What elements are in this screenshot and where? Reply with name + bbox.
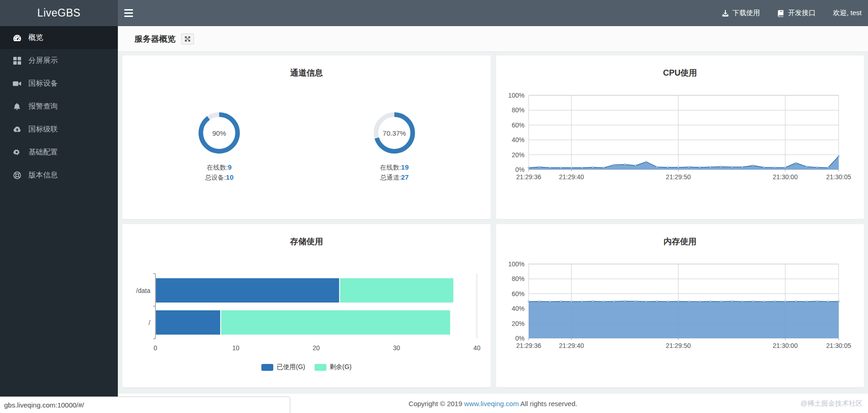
svg-text:20%: 20% xyxy=(512,320,525,327)
main-content: 服务器概览 通道信息 90%在线数:9总设备:1070.37%在线数:19总通道… xyxy=(118,26,868,413)
donut-percent-label: 90% xyxy=(194,108,244,158)
nav-link-label: 欢迎, test xyxy=(833,9,862,17)
panel-channel-info: 通道信息 90%在线数:9总设备:1070.37%在线数:19总通道:27 xyxy=(122,55,491,219)
svg-text:21:30:05: 21:30:05 xyxy=(826,173,851,181)
svg-text:21:29:40: 21:29:40 xyxy=(559,173,584,181)
grid-icon xyxy=(12,57,22,65)
sidebar-item-label: 分屏展示 xyxy=(28,56,58,66)
legend-item-used[interactable]: 已使用(G) xyxy=(261,363,305,371)
hamburger-icon xyxy=(124,9,133,11)
sidebar-item-label: 报警查询 xyxy=(28,102,58,111)
svg-text:21:30:00: 21:30:00 xyxy=(773,342,798,349)
camera-icon xyxy=(12,80,22,87)
svg-text:/data: /data xyxy=(136,287,150,294)
dashboard-icon xyxy=(12,34,22,42)
nav-link-welcome[interactable]: 欢迎, test xyxy=(833,9,862,17)
svg-text:80%: 80% xyxy=(512,275,525,282)
nav-link-label: 下载使用 xyxy=(732,9,760,17)
liveqing-link[interactable]: www.liveqing.com xyxy=(464,400,519,407)
sidebar-item-label: 基础配置 xyxy=(28,148,58,157)
svg-text:100%: 100% xyxy=(508,260,525,268)
svg-text:30: 30 xyxy=(393,344,400,352)
sidebar-item-alarms[interactable]: 报警查询 xyxy=(0,95,118,118)
nav-link-label: 开发接口 xyxy=(788,9,815,17)
copyright-text: Copyright © 2019 www.liveqing.com All ri… xyxy=(409,400,577,407)
panel-cpu-usage: CPU使用 0%20%40%60%80%100%21:29:3621:29:40… xyxy=(496,55,864,219)
livegbs-dashboard: LiveGBS 下载使用开发接口欢迎, test 概览分屏展示国标设备报警查询国… xyxy=(0,0,868,413)
gears-icon xyxy=(12,149,22,156)
sidebar-item-label: 国标级联 xyxy=(28,125,58,134)
donut-stats: 在线数:9总设备:10 xyxy=(173,162,265,182)
sidebar-item-label: 概览 xyxy=(28,33,43,43)
svg-text:20%: 20% xyxy=(512,151,525,159)
svg-text:10: 10 xyxy=(232,344,239,352)
nav-link-download[interactable]: 下载使用 xyxy=(722,9,760,17)
svg-text:21:29:36: 21:29:36 xyxy=(516,342,542,349)
svg-text:40: 40 xyxy=(473,344,481,352)
svg-text:60%: 60% xyxy=(512,121,525,129)
sidebar-menu: 概览分屏展示国标设备报警查询国标级联基础配置版本信息 xyxy=(0,26,118,413)
fullscreen-button[interactable] xyxy=(181,33,194,44)
cloud-upload-icon xyxy=(12,126,22,133)
sidebar-item-label: 国标设备 xyxy=(28,79,58,88)
svg-text:21:29:36: 21:29:36 xyxy=(516,173,542,181)
svg-text:21:30:05: 21:30:05 xyxy=(826,342,851,349)
sidebar-item-cascade[interactable]: 国标级联 xyxy=(0,118,118,141)
sidebar-item-label: 版本信息 xyxy=(28,171,58,180)
donut-chart-1[interactable]: 70.37%在线数:19总通道:27 xyxy=(348,108,440,182)
expand-icon xyxy=(184,36,191,42)
content-toolbar: 服务器概览 xyxy=(118,26,868,52)
bell-icon xyxy=(12,103,22,110)
svg-text:/: / xyxy=(149,319,150,326)
svg-text:0%: 0% xyxy=(515,335,525,342)
chart-title-channel: 通道信息 xyxy=(122,67,491,78)
legend-label: 剩余(G) xyxy=(330,363,352,371)
sidebar-item-version[interactable]: 版本信息 xyxy=(0,164,118,187)
download-icon xyxy=(722,10,729,17)
legend-swatch xyxy=(315,364,326,371)
page-title: 服务器概览 xyxy=(134,33,176,44)
sidebar-toggle-button[interactable] xyxy=(118,0,139,26)
top-navbar: LiveGBS 下载使用开发接口欢迎, test xyxy=(0,0,868,26)
memory-area-chart[interactable]: 0%20%40%60%80%100%21:29:3621:29:4021:29:… xyxy=(496,224,864,387)
legend-label: 已使用(G) xyxy=(276,363,305,371)
sidebar-item-split[interactable]: 分屏展示 xyxy=(0,49,118,72)
svg-text:40%: 40% xyxy=(512,305,525,312)
panel-memory-usage: 内存使用 0%20%40%60%80%100%21:29:3621:29:402… xyxy=(496,224,864,387)
sidebar-item-config[interactable]: 基础配置 xyxy=(0,141,118,164)
storage-legend: 已使用(G)剩余(G) xyxy=(122,363,491,371)
navbar-links: 下载使用开发接口欢迎, test xyxy=(722,0,862,26)
watermark-text: @稀土掘金技术社区 xyxy=(801,399,862,408)
legend-swatch xyxy=(261,364,273,371)
svg-text:21:29:50: 21:29:50 xyxy=(666,173,691,181)
svg-text:21:29:40: 21:29:40 xyxy=(559,342,584,349)
panel-storage-usage: 存储使用 /data/010203040 已使用(G)剩余(G) xyxy=(122,224,491,387)
svg-text:40%: 40% xyxy=(512,136,525,143)
sidebar-item-devices[interactable]: 国标设备 xyxy=(0,72,118,95)
svg-text:80%: 80% xyxy=(512,106,525,114)
donut-percent-label: 70.37% xyxy=(369,108,420,158)
donut-stat-row: 总通道:27 xyxy=(348,172,440,182)
life-ring-icon xyxy=(12,171,22,179)
nav-link-api[interactable]: 开发接口 xyxy=(777,9,815,17)
brand-logo[interactable]: LiveGBS xyxy=(0,0,118,26)
svg-text:21:30:00: 21:30:00 xyxy=(773,173,798,181)
svg-text:100%: 100% xyxy=(508,92,525,99)
svg-text:60%: 60% xyxy=(512,290,525,297)
svg-text:0%: 0% xyxy=(515,166,525,173)
legend-item-free[interactable]: 剩余(G) xyxy=(315,363,352,371)
donut-stat-row: 在线数:19 xyxy=(348,162,440,172)
donut-stat-row: 在线数:9 xyxy=(173,162,265,172)
donut-stats: 在线数:19总通道:27 xyxy=(348,162,440,182)
sidebar-item-overview[interactable]: 概览 xyxy=(0,26,118,49)
donut-stat-row: 总设备:10 xyxy=(173,172,265,182)
svg-text:0: 0 xyxy=(154,344,157,352)
svg-text:21:29:50: 21:29:50 xyxy=(666,342,691,349)
cpu-area-chart[interactable]: 0%20%40%60%80%100%21:29:3621:29:4021:29:… xyxy=(496,55,864,219)
storage-bar-chart[interactable]: /data/010203040 xyxy=(122,224,491,362)
browser-status-url: gbs.liveqing.com:10000/#/ xyxy=(0,396,290,413)
donut-chart-0[interactable]: 90%在线数:9总设备:10 xyxy=(173,108,265,182)
svg-text:20: 20 xyxy=(313,344,320,352)
book-icon xyxy=(777,10,785,17)
